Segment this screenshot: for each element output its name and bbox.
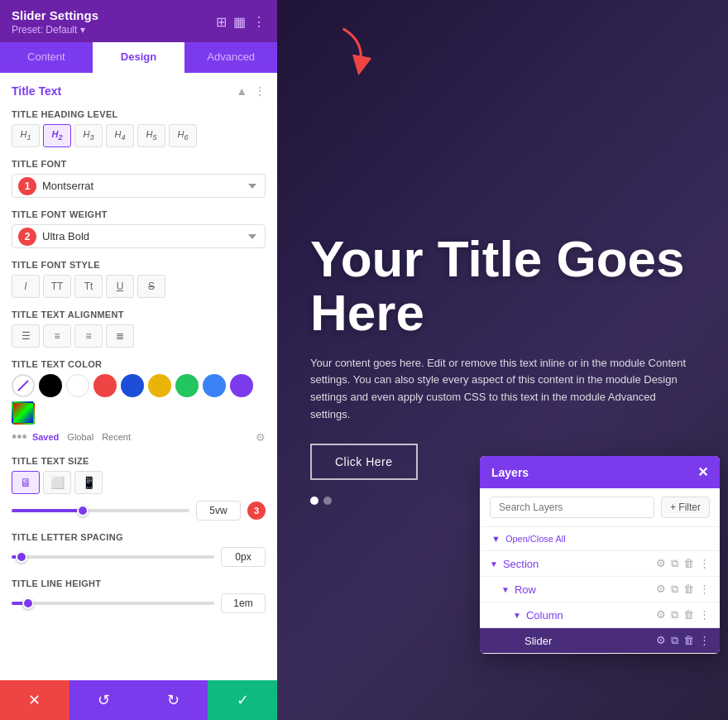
more-icon[interactable]: ⋮ — [252, 14, 266, 30]
hero-cta-button[interactable]: Click Here — [310, 444, 418, 480]
dot-2[interactable] — [323, 497, 332, 505]
hero-title: Your Title Goes Here — [310, 232, 695, 339]
heading-level-label: Title Heading Level — [12, 109, 266, 119]
tab-advanced[interactable]: Advanced — [184, 42, 277, 73]
text-size-value[interactable]: 5vw — [196, 501, 241, 521]
color-yellow[interactable] — [148, 374, 171, 397]
color-global[interactable]: Global — [67, 432, 93, 442]
color-transparent[interactable] — [12, 374, 35, 397]
color-gear-icon[interactable]: ⚙ — [256, 431, 266, 444]
color-black[interactable] — [39, 374, 62, 397]
layer-column: ▼ Column ⚙ ⧉ 🗑 ⋮ — [480, 602, 720, 628]
redo-button[interactable]: ↻ — [139, 680, 208, 720]
slider-trash-icon[interactable]: 🗑 — [683, 634, 694, 647]
panel-tabs: Content Design Advanced — [0, 42, 277, 73]
color-saved[interactable]: Saved — [32, 432, 59, 442]
heading-h4[interactable]: H4 — [106, 124, 134, 147]
collapse-icon[interactable]: ▲ — [236, 84, 247, 98]
panel-header: Slider Settings Preset: Default ▾ ⊞ ▦ ⋮ — [0, 0, 277, 42]
row-more-icon[interactable]: ⋮ — [699, 583, 710, 596]
align-center[interactable]: ≡ — [43, 324, 71, 348]
save-button[interactable]: ✓ — [208, 680, 277, 720]
column-trash-icon[interactable]: 🗑 — [683, 608, 694, 622]
column-chevron[interactable]: ▼ — [513, 611, 521, 620]
svg-line-0 — [18, 381, 28, 391]
letter-spacing-track[interactable] — [12, 555, 214, 559]
column-copy-icon[interactable]: ⧉ — [671, 608, 678, 622]
layer-slider-name[interactable]: Slider — [524, 635, 656, 647]
row-chevron[interactable]: ▼ — [501, 585, 510, 594]
layers-title: Layers — [491, 466, 529, 479]
align-justify[interactable]: ≣ — [106, 324, 134, 348]
style-uppercase[interactable]: TT — [43, 275, 71, 298]
section-chevron[interactable]: ▼ — [490, 559, 498, 569]
style-italic[interactable]: I — [12, 275, 40, 298]
layers-open-close: ▼ Open/Close All — [480, 527, 720, 551]
letter-spacing-value[interactable]: 0px — [221, 547, 266, 567]
row-copy-icon[interactable]: ⧉ — [671, 583, 678, 596]
color-recent[interactable]: Recent — [102, 432, 131, 442]
font-weight-select[interactable]: Ultra Bold Bold Normal Light — [12, 224, 266, 248]
open-close-label[interactable]: Open/Close All — [505, 534, 566, 544]
align-left[interactable]: ☰ — [12, 324, 40, 348]
undo-button[interactable]: ↺ — [69, 680, 139, 720]
color-red[interactable] — [93, 374, 117, 397]
section-trash-icon[interactable]: 🗑 — [683, 557, 694, 570]
line-height-value[interactable]: 1em — [221, 593, 266, 613]
layers-panel: Layers ✕ + Filter ▼ Open/Close All ▼ Sec… — [480, 456, 720, 654]
row-trash-icon[interactable]: 🗑 — [683, 583, 694, 596]
layers-close-button[interactable]: ✕ — [697, 464, 708, 480]
text-align-label: Title Text Alignment — [12, 310, 266, 319]
style-capitalize[interactable]: Tt — [74, 275, 103, 298]
device-tablet[interactable]: ⬜ — [43, 471, 71, 494]
color-blue[interactable] — [203, 374, 226, 397]
dot-1[interactable] — [310, 497, 318, 505]
open-close-chevron[interactable]: ▼ — [491, 534, 500, 544]
color-purple[interactable] — [230, 374, 253, 397]
tab-design[interactable]: Design — [93, 42, 185, 73]
color-green[interactable] — [175, 374, 199, 397]
panel-preset[interactable]: Preset: Default ▾ — [12, 24, 98, 36]
layer-section-name[interactable]: Section — [503, 558, 656, 570]
slider-copy-icon[interactable]: ⧉ — [671, 634, 678, 647]
section-gear-icon[interactable]: ⚙ — [656, 557, 666, 570]
cancel-button[interactable]: ✕ — [0, 680, 69, 720]
expand-icon[interactable]: ⊞ — [216, 14, 227, 30]
section-copy-icon[interactable]: ⧉ — [671, 557, 678, 570]
heading-h2[interactable]: H2 — [43, 124, 71, 147]
layer-column-name[interactable]: Column — [526, 609, 656, 622]
slider-gear-icon[interactable]: ⚙ — [656, 634, 666, 647]
tab-content[interactable]: Content — [0, 42, 93, 73]
color-blue-dark[interactable] — [121, 374, 144, 397]
font-select[interactable]: Montserrat — [12, 174, 266, 198]
device-mobile[interactable]: 📱 — [74, 471, 103, 494]
row-gear-icon[interactable]: ⚙ — [656, 583, 666, 596]
slider-more-icon[interactable]: ⋮ — [699, 634, 710, 647]
heading-h3[interactable]: H3 — [74, 124, 103, 147]
font-weight-label: Title Font Weight — [12, 209, 266, 219]
text-size-track[interactable] — [12, 509, 189, 512]
column-more-icon[interactable]: ⋮ — [699, 608, 710, 622]
hero-body: Your content goes here. Edit or remove t… — [310, 355, 691, 424]
column-gear-icon[interactable]: ⚙ — [656, 608, 666, 622]
section-more-icon[interactable]: ⋮ — [699, 557, 710, 570]
text-color-label: Title Text Color — [12, 359, 266, 369]
layer-row-name[interactable]: Row — [515, 583, 656, 596]
layers-search-input[interactable] — [490, 497, 654, 518]
align-right[interactable]: ≡ — [74, 324, 103, 348]
device-desktop[interactable]: 🖥 — [12, 471, 40, 494]
heading-h1[interactable]: H1 — [12, 124, 40, 147]
line-height-track[interactable] — [12, 602, 214, 605]
color-picker[interactable] — [12, 401, 35, 425]
section-more-icon[interactable]: ⋮ — [254, 84, 266, 98]
heading-h5[interactable]: H5 — [137, 124, 165, 147]
heading-h6[interactable]: H6 — [169, 124, 197, 147]
layers-filter-button[interactable]: + Filter — [661, 497, 710, 518]
color-white[interactable] — [66, 374, 89, 397]
color-dots[interactable]: ••• — [12, 430, 27, 444]
columns-icon[interactable]: ▦ — [233, 14, 246, 30]
style-strikethrough[interactable]: S — [137, 275, 165, 298]
letter-spacing-label: Title Letter Spacing — [12, 532, 266, 542]
letter-spacing-slider-row: 0px — [12, 547, 266, 567]
style-underline[interactable]: U — [106, 275, 134, 298]
